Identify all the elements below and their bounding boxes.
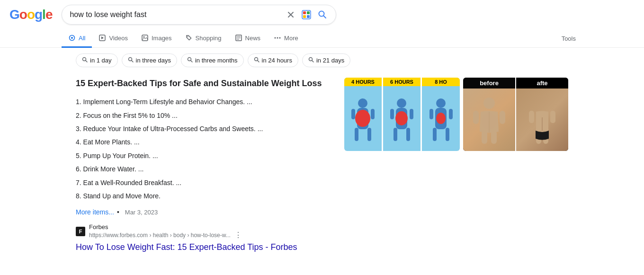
source-info: F Forbes https://www.forbes.com › health… bbox=[76, 223, 330, 240]
svg-point-21 bbox=[277, 37, 278, 39]
tab-all[interactable]: All bbox=[62, 29, 92, 48]
tab-news[interactable]: News bbox=[228, 29, 268, 48]
svg-point-35 bbox=[355, 110, 370, 127]
svg-rect-58 bbox=[473, 111, 479, 124]
svg-marker-12 bbox=[101, 36, 104, 39]
result-link[interactable]: How To Lose Weight Fast: 15 Expert-Backe… bbox=[76, 242, 297, 252]
forbes-icon: F bbox=[76, 227, 85, 236]
chip-21days[interactable]: in 21 days bbox=[302, 53, 350, 67]
svg-point-25 bbox=[128, 58, 132, 61]
chip-search-icon-3 bbox=[187, 57, 193, 64]
header: Google bbox=[0, 0, 644, 29]
tag-icon bbox=[185, 34, 193, 42]
tab-shopping[interactable]: Shopping bbox=[179, 29, 228, 48]
side-images: 4 HOURS bbox=[344, 78, 568, 254]
svg-point-22 bbox=[279, 37, 281, 39]
hour-label-4: 4 HOURS bbox=[344, 78, 382, 86]
svg-line-32 bbox=[312, 61, 313, 62]
tab-videos[interactable]: Videos bbox=[92, 29, 134, 48]
svg-rect-51 bbox=[446, 128, 449, 141]
svg-rect-39 bbox=[371, 109, 375, 119]
svg-line-28 bbox=[191, 61, 192, 62]
after-label: afte bbox=[516, 78, 568, 89]
body-figure-8 bbox=[422, 86, 460, 151]
filter-chips: in 1 day in three days in three months i… bbox=[0, 48, 644, 73]
svg-rect-52 bbox=[429, 109, 433, 119]
more-items-link[interactable]: More items... bbox=[76, 208, 114, 216]
svg-point-47 bbox=[436, 98, 446, 108]
list-item: 5. Pump Up Your Protein. ... bbox=[76, 149, 330, 162]
svg-line-26 bbox=[132, 61, 133, 62]
dots-icon bbox=[274, 34, 281, 42]
chip-24hours[interactable]: in 24 hours bbox=[248, 53, 298, 67]
hour-label-8: 8 HO bbox=[422, 78, 460, 86]
svg-point-27 bbox=[188, 58, 191, 61]
svg-point-40 bbox=[397, 98, 406, 108]
hour-panel-8: 8 HO bbox=[422, 78, 460, 151]
source-details: Forbes https://www.forbes.com › health ›… bbox=[89, 223, 242, 240]
list-item: 8. Stand Up and Move More. bbox=[76, 189, 330, 203]
lens-button[interactable] bbox=[301, 9, 312, 20]
search-button[interactable] bbox=[317, 9, 328, 20]
svg-point-31 bbox=[309, 58, 312, 61]
news-icon bbox=[235, 34, 242, 42]
image-icon bbox=[141, 34, 149, 42]
clear-button[interactable] bbox=[286, 9, 296, 20]
list-item: 6. Drink More Water. ... bbox=[76, 162, 330, 176]
chip-three-months[interactable]: in three months bbox=[181, 53, 244, 67]
chip-1day[interactable]: in 1 day bbox=[76, 53, 118, 67]
list-item: 1. Implement Long-Term Lifestyle and Beh… bbox=[76, 95, 330, 108]
svg-rect-37 bbox=[367, 128, 371, 141]
before-panel: before bbox=[463, 78, 515, 151]
bullet-separator: • bbox=[117, 208, 119, 216]
svg-rect-50 bbox=[433, 128, 437, 141]
result-date: Mar 3, 2023 bbox=[125, 209, 158, 216]
before-after-images: before bbox=[463, 78, 568, 151]
svg-line-24 bbox=[86, 61, 87, 62]
all-icon bbox=[68, 34, 76, 42]
tools-button[interactable]: Tools bbox=[555, 30, 582, 47]
kebab-menu-icon[interactable]: ⋮ bbox=[234, 231, 242, 240]
result-list: 1. Implement Long-Term Lifestyle and Beh… bbox=[76, 95, 330, 203]
svg-point-29 bbox=[254, 58, 258, 61]
main-result: 15 Expert-Backed Tips for Safe and Susta… bbox=[76, 78, 330, 254]
svg-rect-56 bbox=[482, 131, 487, 144]
svg-point-14 bbox=[143, 36, 144, 38]
svg-rect-64 bbox=[550, 111, 555, 123]
svg-point-10 bbox=[71, 37, 73, 39]
list-item: 7. Eat a Well-Rounded Breakfast. ... bbox=[76, 176, 330, 189]
play-icon bbox=[98, 34, 106, 42]
source-name: Forbes bbox=[89, 223, 242, 231]
svg-rect-5 bbox=[303, 15, 306, 18]
svg-rect-43 bbox=[394, 128, 397, 141]
after-panel: afte bbox=[516, 78, 568, 151]
after-body bbox=[516, 89, 568, 151]
tab-more[interactable]: More bbox=[267, 29, 305, 48]
svg-rect-63 bbox=[529, 111, 534, 123]
content-area: 15 Expert-Backed Tips for Safe and Susta… bbox=[0, 73, 644, 258]
svg-rect-57 bbox=[491, 131, 497, 144]
svg-rect-53 bbox=[449, 109, 453, 119]
svg-point-42 bbox=[395, 111, 408, 125]
svg-rect-38 bbox=[351, 109, 355, 119]
list-item: 4. Eat More Plants. ... bbox=[76, 135, 330, 149]
svg-rect-44 bbox=[406, 128, 410, 141]
search-bar bbox=[62, 5, 336, 25]
svg-rect-36 bbox=[355, 128, 358, 141]
source-block: F Forbes https://www.forbes.com › health… bbox=[76, 223, 330, 253]
hours-images: 4 HOURS bbox=[344, 78, 460, 151]
search-input[interactable] bbox=[70, 10, 281, 19]
nav-tabs: All Videos Images Shopping bbox=[0, 29, 644, 48]
svg-point-54 bbox=[483, 98, 495, 109]
chip-three-days[interactable]: in three days bbox=[122, 53, 177, 67]
svg-point-15 bbox=[187, 36, 188, 37]
hour-label-6: 6 HOURS bbox=[383, 78, 420, 86]
svg-point-23 bbox=[83, 58, 86, 61]
result-title: 15 Expert-Backed Tips for Safe and Susta… bbox=[76, 78, 330, 89]
svg-point-20 bbox=[275, 37, 276, 39]
chip-search-icon-4 bbox=[254, 57, 259, 64]
before-body bbox=[463, 89, 515, 151]
svg-rect-3 bbox=[303, 11, 306, 14]
tab-images[interactable]: Images bbox=[134, 29, 179, 48]
svg-point-49 bbox=[436, 113, 446, 124]
